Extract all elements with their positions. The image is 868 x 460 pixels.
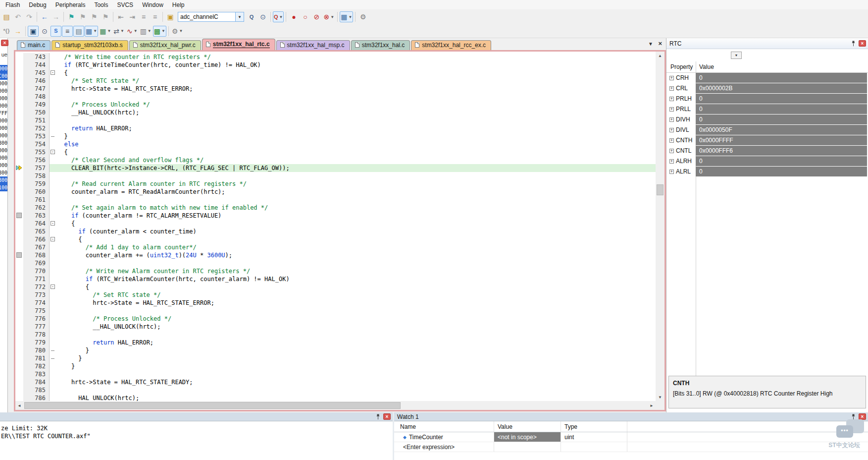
code-line-770[interactable]: 770 /* Write new Alarm counter in RTC re… bbox=[15, 267, 656, 275]
expand-icon[interactable]: + bbox=[669, 86, 674, 91]
horizontal-scroll-thumb[interactable] bbox=[24, 402, 401, 409]
tab-stm32f1xx_hal_rtc.c[interactable]: stm32f1xx_hal_rtc.c bbox=[202, 39, 275, 50]
symbol-window-icon[interactable]: S bbox=[51, 26, 61, 37]
close-file-button[interactable]: × bbox=[658, 41, 662, 46]
register-value[interactable]: 0 bbox=[696, 156, 867, 166]
insert-bookmark-icon[interactable]: ⚑ bbox=[66, 11, 77, 22]
chevron-down-icon[interactable]: ▼ bbox=[330, 15, 334, 19]
menu-tools[interactable]: Tools bbox=[90, 0, 112, 9]
chevron-down-icon[interactable]: ▼ bbox=[279, 15, 283, 19]
code-line-786[interactable]: 786 __HAL_UNLOCK(hrtc); bbox=[15, 394, 656, 401]
code-line-749[interactable]: 749 /* Process Unlocked */ bbox=[15, 101, 656, 109]
indent-icon[interactable]: ⇥ bbox=[127, 11, 138, 22]
scroll-up-arrow-icon[interactable]: ▲ bbox=[656, 52, 664, 59]
logic-analyzer-icon[interactable]: ∿▼ bbox=[126, 26, 139, 37]
unindent-icon[interactable]: ⇤ bbox=[115, 11, 126, 22]
rtc-view-dropdown[interactable]: ▼ bbox=[731, 52, 742, 59]
code-line-766[interactable]: 766- { bbox=[15, 235, 656, 243]
register-value[interactable]: 0 bbox=[696, 94, 867, 104]
code-line-782[interactable]: 782 } bbox=[15, 362, 656, 370]
tab-stm32f1xx_hal_rcc_ex.c[interactable]: stm32f1xx_hal_rcc_ex.c bbox=[411, 40, 491, 50]
register-value[interactable]: 0000 bbox=[0, 87, 7, 95]
kill-breakpoints-icon[interactable]: ⊗▼ bbox=[322, 11, 335, 22]
rtc-register-row-crl[interactable]: +CRL0x0000002B bbox=[666, 83, 867, 93]
register-value[interactable]: 0 bbox=[696, 104, 867, 114]
close-watch-panel-button[interactable]: × bbox=[859, 413, 866, 420]
tab-list-dropdown[interactable]: ▼ bbox=[648, 41, 653, 47]
configure-flash-icon[interactable]: *{} bbox=[1, 26, 12, 37]
watch-column-name[interactable]: Name bbox=[394, 421, 494, 432]
insert-breakpoint-icon[interactable]: ● bbox=[288, 11, 299, 22]
watch-type-cell[interactable]: uint bbox=[561, 432, 627, 442]
tab-stm32f1xx_hal.c[interactable]: stm32f1xx_hal.c bbox=[351, 40, 410, 50]
menu-peripherals[interactable]: Peripherals bbox=[51, 0, 90, 9]
fold-collapse-icon[interactable]: - bbox=[51, 285, 55, 289]
chevron-down-icon[interactable]: ▼ bbox=[93, 29, 97, 33]
expand-icon[interactable]: + bbox=[669, 170, 674, 174]
code-line-750[interactable]: 750 __HAL_UNLOCK(hrtc); bbox=[15, 109, 656, 116]
fold-collapse-icon[interactable]: - bbox=[51, 150, 55, 154]
scroll-down-arrow-icon[interactable]: ▼ bbox=[656, 393, 664, 401]
menu-help[interactable]: Help bbox=[168, 0, 189, 9]
menu-window[interactable]: Window bbox=[138, 0, 168, 9]
watch-column-type[interactable]: Type bbox=[561, 421, 627, 432]
register-value[interactable]: 0000 bbox=[0, 95, 7, 102]
code-line-755[interactable]: 755- { bbox=[15, 148, 656, 156]
code-line-761[interactable]: 761 bbox=[15, 196, 656, 204]
rtc-register-row-divh[interactable]: +DIVH0 bbox=[666, 115, 867, 124]
rtc-register-row-divl[interactable]: +DIVL0x0000050F bbox=[666, 125, 867, 135]
code-line-748[interactable]: 748 bbox=[15, 93, 656, 101]
chevron-down-icon[interactable]: ▼ bbox=[161, 29, 165, 33]
find-icon[interactable]: Q bbox=[246, 11, 257, 22]
find-magnifier-icon[interactable]: Q▼ bbox=[273, 11, 284, 22]
register-value[interactable]: 0000 bbox=[0, 117, 7, 124]
fold-collapse-icon[interactable]: - bbox=[51, 221, 55, 226]
register-value[interactable]: FFFF bbox=[0, 110, 7, 117]
code-line-773[interactable]: 773 /* Set RTC state */ bbox=[15, 291, 656, 299]
register-value[interactable]: E000 bbox=[0, 154, 7, 162]
scroll-left-arrow-icon[interactable]: ◄ bbox=[15, 402, 23, 409]
code-line-743[interactable]: 743 /* Write time counter in RTC registe… bbox=[15, 53, 656, 61]
register-value[interactable]: 9800 bbox=[0, 139, 7, 147]
code-line-762[interactable]: 762 /* Set again alarm to match with new… bbox=[15, 204, 656, 212]
call-stack-window-icon[interactable]: ▤ bbox=[73, 26, 84, 37]
vertical-scrollbar[interactable]: ▲ ▼ bbox=[656, 52, 664, 401]
tab-stm32f1xx_hal_pwr.c[interactable]: stm32f1xx_hal_pwr.c bbox=[129, 40, 201, 50]
watch-name-cell[interactable]: ◆TimeCounter bbox=[394, 432, 494, 442]
vertical-scroll-thumb[interactable] bbox=[657, 184, 664, 195]
redo-icon[interactable]: ↷ bbox=[24, 11, 35, 22]
code-line-777[interactable]: 777 __HAL_UNLOCK(hrtc); bbox=[15, 323, 656, 331]
code-line-758[interactable]: 758 bbox=[15, 172, 656, 180]
register-value[interactable]: 0x0000FFFF bbox=[696, 135, 867, 145]
code-line-784[interactable]: 784 hrtc->State = HAL_RTC_STATE_READY; bbox=[15, 378, 656, 386]
code-line-785[interactable]: 785 bbox=[15, 386, 656, 394]
register-value[interactable]: 4800 bbox=[0, 176, 7, 184]
chevron-down-icon[interactable]: ▼ bbox=[134, 29, 138, 33]
next-bookmark-icon[interactable]: ⚑ bbox=[89, 11, 100, 22]
code-line-764[interactable]: 764- { bbox=[15, 220, 656, 228]
rtc-register-row-prll[interactable]: +PRLL0 bbox=[666, 104, 867, 114]
pin-icon[interactable] bbox=[851, 414, 856, 420]
watch-row[interactable]: <Enter expression> bbox=[394, 442, 868, 452]
search-combobox[interactable]: ▼ bbox=[178, 12, 244, 22]
rtc-register-row-prlh[interactable]: +PRLH0 bbox=[666, 94, 867, 104]
fold-collapse-icon[interactable]: - bbox=[51, 70, 55, 75]
code-line-776[interactable]: 776 /* Process Unlocked */ bbox=[15, 315, 656, 323]
disassembly-window-icon[interactable]: ⊙ bbox=[39, 26, 50, 37]
register-value[interactable]: AC00 bbox=[0, 72, 7, 80]
horizontal-scrollbar[interactable]: ◄ ► bbox=[15, 401, 656, 410]
close-build-output-button[interactable]: × bbox=[383, 413, 391, 420]
watch-row[interactable]: ◆TimeCounter<not in scope>uint bbox=[394, 432, 868, 442]
code-line-775[interactable]: 775 bbox=[15, 307, 656, 315]
rtc-register-row-crh[interactable]: +CRH0 bbox=[666, 73, 867, 83]
window-layout-icon[interactable]: ▦▼ bbox=[340, 11, 353, 22]
code-line-751[interactable]: 751 bbox=[15, 116, 656, 124]
register-value[interactable]: 0000 bbox=[0, 80, 7, 87]
build-output-content[interactable]: ze Limit: 32KER\\TEST RTC COUNTER.axf" bbox=[0, 421, 393, 460]
watch-column-value[interactable]: Value bbox=[494, 421, 561, 432]
code-line-783[interactable]: 783 bbox=[15, 370, 656, 378]
command-window-icon[interactable]: ▣ bbox=[28, 26, 39, 37]
code-line-772[interactable]: 772- { bbox=[15, 283, 656, 291]
rtc-register-row-cntl[interactable]: +CNTL0x0000FFF6 bbox=[666, 146, 867, 156]
fold-collapse-icon[interactable]: - bbox=[51, 237, 55, 241]
